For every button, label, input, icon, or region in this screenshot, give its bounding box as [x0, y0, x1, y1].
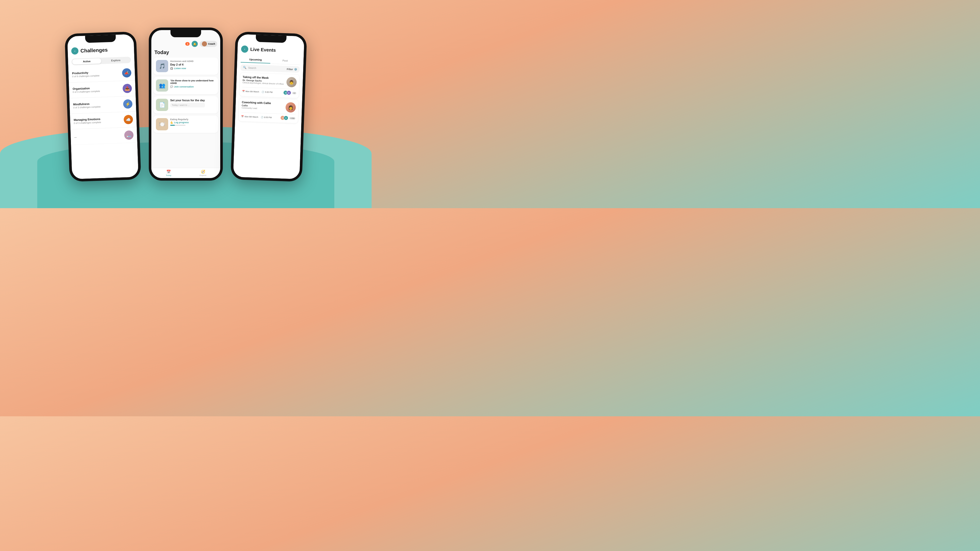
coach-label: Coach: [208, 43, 215, 45]
event2-date: 📅 Mon 6th March: [241, 115, 258, 118]
today-header: 1 🔔 Coach: [151, 39, 220, 48]
challenge-icon-mindfulness: ⚡: [123, 99, 132, 109]
nav-explore[interactable]: 🧭 Explore: [186, 170, 220, 176]
filter-icon: ⚙️: [294, 68, 297, 71]
search-icon: 🔍: [243, 66, 247, 69]
filter-button[interactable]: Filter ⚙️: [287, 68, 298, 71]
focus-thumb: 📄: [156, 99, 168, 111]
events-title: Live Events: [250, 47, 276, 53]
fire-badge: 1: [185, 42, 189, 46]
today-nav-icon: 📅: [166, 170, 171, 174]
coach-button[interactable]: Coach: [200, 41, 217, 47]
event2-title: Coworking with Callie: [242, 100, 271, 105]
challenge-name-organization: Organization: [73, 86, 100, 90]
challenge-icon-emotions: ☁️: [124, 115, 133, 124]
phone3-notch: [256, 35, 286, 43]
today-screen: 1 🔔 Coach Today 🎵 Hormones and: [151, 30, 220, 178]
audio-category: Hormones and ADHD: [170, 60, 193, 62]
event-card-2[interactable]: Coworking with Callie Callie Community L…: [239, 98, 299, 123]
today-item-audio[interactable]: 🎵 Hormones and ADHD Day 2 of 4 🎧 Listen …: [153, 57, 218, 75]
challenges-header: ‹ Challenges: [68, 43, 134, 57]
explore-nav-label: Explore: [200, 174, 207, 176]
focus-title: Set your focus for the day: [170, 99, 205, 102]
challenge-subtitle-productivity: 0 of 8 challenges complete: [72, 74, 100, 78]
event2-time: 🕐 8:00 PM: [261, 116, 272, 118]
events-tabs: Upcoming Past: [241, 56, 300, 65]
live-events-screen: ‹ Live Events Upcoming Past 🔍 Search Fil…: [233, 34, 304, 179]
phones-container: ‹ Challenges Active Explore Productivity…: [0, 0, 372, 208]
explore-nav-icon: 🧭: [201, 170, 205, 174]
tab-past[interactable]: Past: [270, 57, 300, 65]
event1-date: 📅 Mon 6th March: [242, 90, 259, 93]
phone-today: 1 🔔 Coach Today 🎵 Hormones and: [149, 27, 223, 181]
events-search-bar[interactable]: 🔍 Search Filter ⚙️: [240, 64, 300, 73]
audio-thumb: 🎵: [156, 60, 168, 72]
phone1-notch: [85, 35, 116, 43]
challenge-icon-productivity: 📣: [122, 68, 131, 78]
phone-challenges: ‹ Challenges Active Explore Productivity…: [65, 32, 141, 182]
tab-active[interactable]: Active: [72, 58, 101, 65]
today-item-focus[interactable]: 📄 Set your focus for the day Today I wan…: [153, 96, 218, 114]
tab-switcher: Active Explore: [72, 57, 131, 65]
challenge-name-emotions: Managing Emotions: [74, 118, 101, 121]
event2-speaker-avatar: 👩: [285, 102, 296, 113]
event1-time: 🕐 5:00 PM: [262, 91, 272, 94]
back-button[interactable]: ‹: [71, 47, 79, 55]
join-conversation-cta[interactable]: 💬 Join conversation: [170, 86, 216, 88]
challenge-item-emotions[interactable]: Managing Emotions 0 of 3 challenges comp…: [70, 111, 137, 129]
events-header: ‹ Live Events: [237, 43, 304, 57]
event2-attendees: C D +158: [280, 116, 295, 121]
challenge-item-organization[interactable]: Organization 0 of 3 challenges complete …: [69, 81, 136, 98]
today-nav-label: Today: [166, 174, 171, 176]
today-title: Today: [151, 48, 220, 57]
challenge-name-sleep: ...: [74, 135, 77, 138]
bottom-nav: 📅 Today 🧭 Explore: [151, 168, 220, 178]
tab-explore[interactable]: Explore: [101, 57, 130, 64]
challenges-title: Challenges: [80, 47, 108, 54]
audio-title: Day 2 of 4: [170, 63, 193, 66]
phone2-notch: [170, 30, 201, 37]
coach-avatar: [202, 41, 207, 46]
challenge-icon-organization: 📥: [123, 84, 132, 93]
event1-speaker-avatar: 👨: [286, 77, 297, 87]
search-placeholder: Search: [248, 66, 256, 69]
challenge-subtitle-mindfulness: 0 of 3 challenges complete: [73, 105, 100, 109]
log-progress-cta[interactable]: 💪 Log progress: [170, 121, 189, 124]
today-items-list: 🎵 Hormones and ADHD Day 2 of 4 🎧 Listen …: [151, 57, 220, 135]
challenge-name-mindfulness: Mindfulness: [73, 102, 100, 106]
events-back-button[interactable]: ‹: [241, 45, 248, 53]
focus-input[interactable]: Today I want to ...: [170, 103, 205, 107]
eating-category: Eating Regularly: [170, 118, 189, 121]
today-item-conversation[interactable]: 👥 "Do those close to you understand how …: [153, 77, 218, 94]
phone-live-events: ‹ Live Events Upcoming Past 🔍 Search Fil…: [231, 32, 307, 182]
tab-upcoming[interactable]: Upcoming: [241, 56, 270, 64]
eating-progress-bar: [170, 125, 186, 126]
challenge-subtitle-emotions: 0 of 3 challenges complete: [74, 121, 101, 124]
listen-now-cta[interactable]: 🎧 Listen now: [170, 67, 193, 70]
event-card-1[interactable]: Taking off the Mask Dr. George Sachs Cli…: [239, 73, 299, 98]
food-thumb: 🍽️: [156, 118, 168, 130]
eating-progress-fill: [170, 125, 175, 126]
bell-badge: 🔔: [192, 41, 198, 47]
nav-today[interactable]: 📅 Today: [151, 170, 186, 176]
challenge-item-mindfulness[interactable]: Mindfulness 0 of 3 challenges complete ⚡: [69, 96, 136, 114]
challenges-screen: ‹ Challenges Active Explore Productivity…: [67, 34, 138, 179]
group-thumb: 👥: [156, 79, 168, 92]
challenge-subtitle-organization: 0 of 3 challenges complete: [73, 90, 100, 94]
conversation-title: "Do those close to you understand how AD…: [170, 79, 216, 84]
challenge-item-sleep[interactable]: ... 🛏️: [70, 127, 137, 145]
challenge-name-productivity: Productivity: [72, 71, 99, 75]
event1-attendees: A B +2: [283, 90, 297, 95]
challenge-icon-sleep: 🛏️: [124, 130, 134, 140]
challenge-item-productivity[interactable]: Productivity 0 of 8 challenges complete …: [68, 65, 135, 83]
today-item-eating[interactable]: 🍽️ Eating Regularly 💪 Log progress: [153, 116, 218, 133]
